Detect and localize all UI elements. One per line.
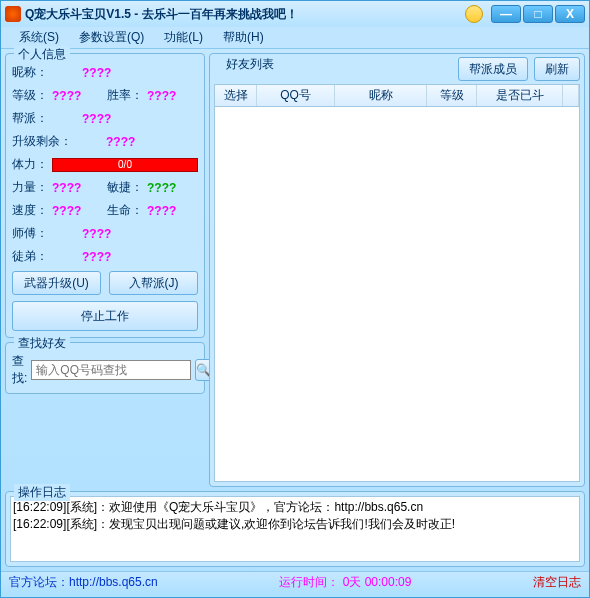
forum-label: 官方论坛： (9, 575, 69, 589)
search-box: 查找好友 查找: 🔍 (5, 342, 205, 394)
str-label: 力量： (12, 179, 48, 196)
search-input[interactable] (31, 360, 191, 380)
personal-info-box: 个人信息 昵称： ???? 等级： ???? 胜率： ???? 帮派： ???? (5, 53, 205, 338)
weapon-upgrade-button[interactable]: 武器升级(U) (12, 271, 101, 295)
spd-label: 速度： (12, 202, 48, 219)
master-label: 师傅： (12, 225, 48, 242)
runtime-label: 运行时间： (279, 575, 339, 589)
badge-icon (465, 5, 483, 23)
winrate-value: ???? (147, 89, 198, 103)
info-grid: 昵称： ???? 等级： ???? 胜率： ???? 帮派： ???? 升级剩余… (12, 64, 198, 265)
forum-link[interactable]: http://bbs.q65.cn (69, 575, 158, 589)
upgrade-value: ???? (106, 135, 135, 149)
log-line: [16:22:09][系统]：欢迎使用《Q宠大乐斗宝贝》，官方论坛：http:/… (13, 499, 577, 516)
faction-label: 帮派： (12, 110, 48, 127)
spd-value: ???? (52, 204, 103, 218)
col-level[interactable]: 等级 (427, 85, 477, 106)
friends-legend: 好友列表 (222, 56, 278, 73)
menubar: 系统(S) 参数设置(Q) 功能(L) 帮助(H) (1, 27, 589, 49)
life-value: ???? (147, 204, 198, 218)
friends-box: 好友列表 帮派成员 刷新 选择 QQ号 昵称 等级 是否已斗 (209, 53, 585, 487)
personal-info-legend: 个人信息 (14, 46, 70, 63)
runtime-value: 0天 00:00:09 (339, 575, 411, 589)
log-section: 操作日志 [16:22:09][系统]：欢迎使用《Q宠大乐斗宝贝》，官方论坛：h… (5, 491, 585, 567)
maximize-button[interactable]: □ (523, 5, 553, 23)
faction-members-button[interactable]: 帮派成员 (458, 57, 528, 81)
col-select[interactable]: 选择 (215, 85, 257, 106)
stop-work-button[interactable]: 停止工作 (12, 301, 198, 331)
log-fieldset: 操作日志 [16:22:09][系统]：欢迎使用《Q宠大乐斗宝贝》，官方论坛：h… (5, 491, 585, 567)
master-value: ???? (82, 227, 111, 241)
menu-param[interactable]: 参数设置(Q) (69, 29, 154, 46)
runtime-wrap: 运行时间： 0天 00:00:09 (279, 574, 411, 591)
minimize-button[interactable]: — (491, 5, 521, 23)
log-line: [16:22:09][系统]：发现宝贝出现问题或建议,欢迎你到论坛告诉我们!我们… (13, 516, 577, 533)
left-panel: 个人信息 昵称： ???? 等级： ???? 胜率： ???? 帮派： ???? (5, 53, 205, 487)
search-legend: 查找好友 (14, 335, 70, 352)
menu-func[interactable]: 功能(L) (154, 29, 213, 46)
str-value: ???? (52, 181, 103, 195)
log-legend: 操作日志 (14, 484, 70, 501)
col-qq[interactable]: QQ号 (257, 85, 335, 106)
main-content: 个人信息 昵称： ???? 等级： ???? 胜率： ???? 帮派： ???? (1, 49, 589, 491)
close-button[interactable]: X (555, 5, 585, 23)
hp-label: 体力： (12, 156, 48, 173)
agi-label: 敏捷： (107, 179, 143, 196)
refresh-button[interactable]: 刷新 (534, 57, 580, 81)
faction-value: ???? (82, 112, 111, 126)
window-controls: — □ X (491, 5, 585, 23)
col-fought[interactable]: 是否已斗 (477, 85, 563, 106)
titlebar: Q宠大乐斗宝贝V1.5 - 去乐斗一百年再来挑战我吧！ — □ X (1, 1, 589, 27)
col-spacer (563, 85, 579, 106)
table-header: 选择 QQ号 昵称 等级 是否已斗 (215, 85, 579, 107)
life-label: 生命： (107, 202, 143, 219)
window-title: Q宠大乐斗宝贝V1.5 - 去乐斗一百年再来挑战我吧！ (25, 6, 465, 23)
search-label: 查找: (12, 353, 27, 387)
join-faction-button[interactable]: 入帮派(J) (109, 271, 198, 295)
app-icon (5, 6, 21, 22)
level-value: ???? (52, 89, 103, 103)
upgrade-label: 升级剩余： (12, 133, 72, 150)
nickname-label: 昵称： (12, 64, 48, 81)
hp-bar: 0/0 (52, 158, 198, 172)
menu-help[interactable]: 帮助(H) (213, 29, 274, 46)
winrate-label: 胜率： (107, 87, 143, 104)
app-window: Q宠大乐斗宝贝V1.5 - 去乐斗一百年再来挑战我吧！ — □ X 系统(S) … (0, 0, 590, 598)
level-label: 等级： (12, 87, 48, 104)
statusbar: 官方论坛：http://bbs.q65.cn 运行时间： 0天 00:00:09… (1, 571, 589, 593)
log-box[interactable]: [16:22:09][系统]：欢迎使用《Q宠大乐斗宝贝》，官方论坛：http:/… (10, 496, 580, 562)
apprentice-value: ???? (82, 250, 111, 264)
menu-system[interactable]: 系统(S) (9, 29, 69, 46)
action-buttons: 武器升级(U) 入帮派(J) (12, 271, 198, 295)
apprentice-label: 徒弟： (12, 248, 48, 265)
search-row: 查找: 🔍 (12, 353, 198, 387)
friends-table[interactable]: 选择 QQ号 昵称 等级 是否已斗 (214, 84, 580, 482)
friends-header: 好友列表 帮派成员 刷新 (214, 58, 580, 80)
forum-link-wrap: 官方论坛：http://bbs.q65.cn (9, 574, 158, 591)
col-nick[interactable]: 昵称 (335, 85, 427, 106)
agi-value: ???? (147, 181, 198, 195)
clear-log-button[interactable]: 清空日志 (533, 574, 581, 591)
nickname-value: ???? (82, 66, 111, 80)
